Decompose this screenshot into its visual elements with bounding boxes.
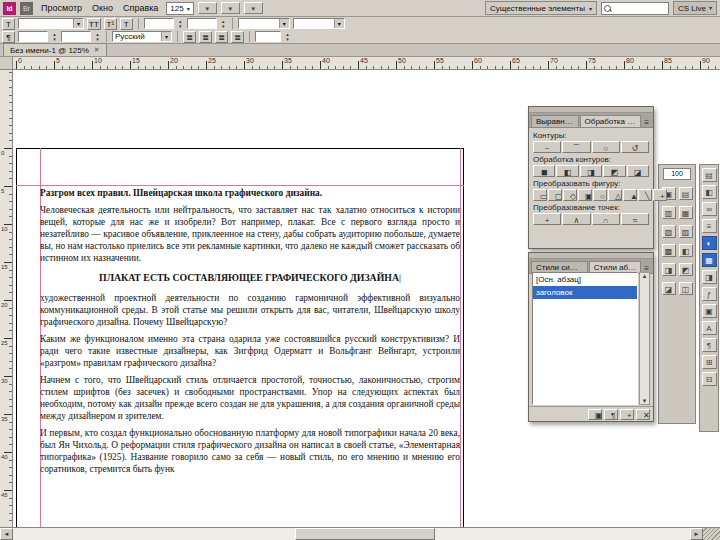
dock-panel-icon[interactable]: ▨ bbox=[679, 225, 693, 238]
open-path-icon[interactable]: ⌒ bbox=[562, 141, 590, 153]
align-left-icon[interactable]: ≣ bbox=[183, 31, 196, 43]
tracking-field[interactable] bbox=[61, 31, 91, 42]
indent-field-stepper[interactable]: ▴▾ bbox=[284, 31, 291, 42]
resize-grip[interactable] bbox=[703, 528, 720, 540]
scrollbar-thumb[interactable] bbox=[295, 528, 435, 540]
add-shapes-icon[interactable]: ◼ bbox=[533, 165, 555, 177]
indent-field[interactable] bbox=[255, 31, 281, 42]
text-frame[interactable]: Разгром всех правил. Швейцарская школа г… bbox=[40, 187, 460, 527]
corner-point-icon[interactable]: ∧ bbox=[562, 213, 590, 225]
character-panel-icon[interactable]: А bbox=[702, 321, 717, 335]
view-options-button[interactable]: ▾ bbox=[198, 2, 217, 14]
menu-item[interactable]: Справка bbox=[119, 3, 162, 13]
convert-inverse-rounded-icon[interactable]: ▣ bbox=[578, 189, 592, 201]
horizontal-ruler[interactable]: 051015202530354045505560657075808590 bbox=[13, 57, 720, 70]
exclude-overlap-icon[interactable]: ◩ bbox=[603, 165, 625, 177]
dock-panel-icon[interactable]: ◫ bbox=[679, 282, 693, 295]
convert-ellipse-icon[interactable]: ○ bbox=[593, 189, 607, 201]
font-size-field-stepper[interactable]: ▴▾ bbox=[177, 18, 184, 29]
links-panel-icon[interactable]: ∞ bbox=[702, 202, 717, 216]
style-group-icon[interactable]: ▣ bbox=[588, 409, 602, 420]
arrange-documents-button[interactable]: ▾ bbox=[244, 2, 263, 14]
dock-panel-icon[interactable]: ◨ bbox=[662, 263, 676, 276]
paragraph-formatting-icon[interactable]: ¶ bbox=[2, 31, 15, 43]
align-right-icon[interactable]: ≣ bbox=[215, 31, 228, 43]
styles-list-scrollbar[interactable]: ▲ ▼ bbox=[639, 272, 650, 405]
stroke-panel-icon[interactable]: ≡ bbox=[702, 219, 717, 233]
gradient-panel-icon[interactable]: ◨ bbox=[702, 270, 717, 284]
minus-back-icon[interactable]: ◪ bbox=[627, 165, 649, 177]
smooth-point-icon[interactable]: ∩ bbox=[592, 213, 620, 225]
top-margin-guide[interactable] bbox=[16, 185, 464, 186]
color-panel-icon[interactable]: ◐ bbox=[702, 236, 717, 250]
convert-rounded-rectangle-icon[interactable]: ▢ bbox=[548, 189, 562, 201]
all-caps-icon[interactable]: ТТ bbox=[87, 18, 101, 30]
glyphs-panel-icon[interactable]: ⊞ bbox=[702, 355, 717, 369]
flyout-menu-icon[interactable]: ≡ bbox=[642, 118, 651, 127]
convert-beveled-rectangle-icon[interactable]: ◇ bbox=[563, 189, 577, 201]
font-style-select[interactable]: ▾ bbox=[238, 18, 290, 29]
search-input[interactable] bbox=[614, 3, 666, 14]
object-styles-panel-icon[interactable]: ▣ bbox=[702, 304, 717, 318]
pages-panel-icon[interactable]: ▤ bbox=[702, 168, 717, 182]
new-style-icon[interactable]: + bbox=[620, 409, 634, 420]
font-size-field[interactable] bbox=[144, 18, 174, 29]
layers-panel-icon[interactable]: ◧ bbox=[702, 185, 717, 199]
dock-panel-icon[interactable]: ◪ bbox=[662, 282, 676, 295]
symmetrical-point-icon[interactable]: ≈ bbox=[621, 213, 649, 225]
dock-panel-icon[interactable]: ▥ bbox=[662, 206, 676, 219]
swatches-panel-icon[interactable]: ▦ bbox=[702, 253, 717, 267]
dock-panel-icon[interactable]: ◩ bbox=[679, 263, 693, 276]
dock-panel-icon[interactable]: ▦ bbox=[679, 206, 693, 219]
cs-live-button[interactable]: CS Live ▾ bbox=[673, 1, 717, 15]
tab-обработка-контуров[interactable]: Обработка контуров bbox=[580, 115, 642, 127]
menu-item[interactable]: Окно bbox=[88, 3, 117, 13]
dock-value-field[interactable]: 100 bbox=[663, 168, 691, 180]
character-style-select[interactable]: ▾ bbox=[293, 18, 345, 29]
reverse-path-icon[interactable]: ↺ bbox=[621, 141, 649, 153]
right-margin-guide[interactable] bbox=[460, 148, 461, 527]
close-path-icon[interactable]: ○ bbox=[592, 141, 620, 153]
close-icon[interactable]: ✕ bbox=[94, 46, 100, 54]
convert-orthogonal-line-icon[interactable]: + bbox=[653, 189, 667, 201]
intersect-shapes-icon[interactable]: ◨ bbox=[580, 165, 602, 177]
leading-field[interactable] bbox=[18, 31, 48, 42]
leading-field-stepper[interactable]: ▴▾ bbox=[51, 31, 58, 42]
tracking-field-stepper[interactable]: ▴▾ bbox=[94, 31, 101, 42]
document-tab[interactable]: Без имени-1 @ 125% ✕ bbox=[3, 43, 107, 56]
kerning-field-stepper[interactable]: ▴▾ bbox=[220, 18, 227, 29]
justify-icon[interactable]: ≣ bbox=[231, 31, 244, 43]
menu-item[interactable]: Просмотр bbox=[37, 3, 86, 13]
convert-rectangle-icon[interactable]: ▭ bbox=[533, 189, 547, 201]
delete-style-icon[interactable]: ✕ bbox=[636, 409, 650, 420]
tab-выравнивание[interactable]: Выравнивание bbox=[531, 115, 579, 127]
character-formatting-icon[interactable]: Т bbox=[2, 18, 15, 30]
align-center-icon[interactable]: ≣ bbox=[199, 31, 212, 43]
superscript-icon[interactable]: Т¹ bbox=[104, 18, 117, 30]
kerning-field[interactable] bbox=[187, 18, 217, 29]
effects-panel-icon[interactable]: ƒ bbox=[702, 287, 717, 301]
style-item[interactable]: заголовок bbox=[533, 286, 637, 299]
plain-point-icon[interactable]: + bbox=[533, 213, 561, 225]
dock-panel-icon[interactable]: ▧ bbox=[662, 225, 676, 238]
scroll-left-icon[interactable]: ◄ bbox=[0, 528, 13, 540]
convert-triangle-icon[interactable]: △ bbox=[608, 189, 622, 201]
dock-panel-icon[interactable]: ▩ bbox=[662, 244, 676, 257]
join-path-icon[interactable]: ~ bbox=[533, 141, 561, 153]
subtract-shapes-icon[interactable]: ◧ bbox=[556, 165, 578, 177]
language-select[interactable]: Русский▾ bbox=[112, 31, 172, 42]
ruler-origin-box[interactable] bbox=[0, 57, 13, 70]
bridge-icon[interactable]: Br bbox=[20, 2, 33, 15]
clear-overrides-icon[interactable]: ¶ bbox=[604, 409, 618, 420]
table-panel-icon[interactable]: ⊟ bbox=[702, 372, 717, 386]
dock-panel-icon[interactable]: ◧ bbox=[679, 244, 693, 257]
scroll-down-icon[interactable]: ▼ bbox=[642, 398, 648, 404]
horizontal-scrollbar[interactable]: ◄ ► bbox=[0, 528, 703, 540]
convert-line-icon[interactable]: ╲ bbox=[638, 189, 652, 201]
zoom-level-select[interactable]: 125 ▾ bbox=[166, 2, 193, 15]
screen-mode-button[interactable]: ▾ bbox=[221, 2, 240, 14]
workspace-switcher[interactable]: Существенные элементы ▾ bbox=[485, 1, 597, 15]
dock-panel-icon[interactable]: ▤ bbox=[679, 187, 693, 200]
scroll-up-icon[interactable]: ▲ bbox=[642, 273, 648, 279]
scroll-right-icon[interactable]: ► bbox=[690, 528, 703, 540]
